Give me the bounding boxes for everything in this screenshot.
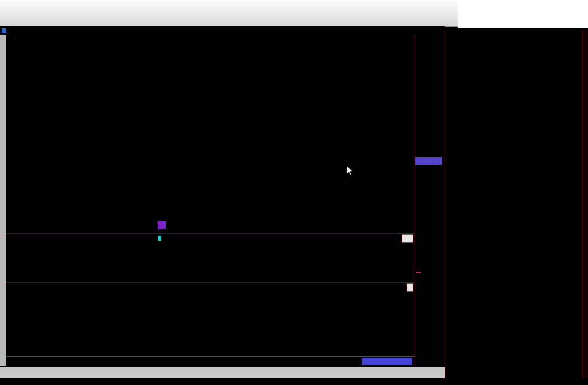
indicator-chart[interactable] bbox=[6, 291, 415, 355]
right-edge-strip bbox=[582, 31, 588, 378]
volume-pane-header bbox=[6, 233, 415, 242]
x-axis bbox=[6, 356, 415, 367]
date-highlight bbox=[362, 358, 412, 365]
main-candlestick-chart[interactable] bbox=[6, 35, 415, 233]
indicator-help-button[interactable] bbox=[407, 283, 413, 292]
volume-multiplier-label bbox=[416, 272, 421, 273]
status-bar bbox=[0, 378, 588, 385]
badge-tick bbox=[158, 236, 161, 241]
price-axis bbox=[415, 35, 445, 366]
left-tab-strip bbox=[0, 35, 6, 366]
indicator-pane-header bbox=[6, 282, 415, 291]
mouse-cursor-icon bbox=[346, 165, 354, 176]
main-toolbar bbox=[0, 0, 588, 27]
site-brand bbox=[458, 0, 588, 28]
chart-type-icon bbox=[2, 28, 6, 33]
chart-region bbox=[6, 35, 445, 366]
quote-panel bbox=[445, 31, 582, 378]
volume-chart[interactable] bbox=[6, 242, 415, 281]
indicator-tabbar bbox=[0, 367, 445, 378]
volume-type-dropdown[interactable] bbox=[402, 234, 413, 243]
chart-titlebar bbox=[0, 26, 445, 35]
axis-divider bbox=[415, 35, 415, 366]
rank-badge[interactable] bbox=[158, 221, 166, 229]
cursor-price-label bbox=[415, 157, 442, 165]
app-window bbox=[0, 0, 588, 385]
